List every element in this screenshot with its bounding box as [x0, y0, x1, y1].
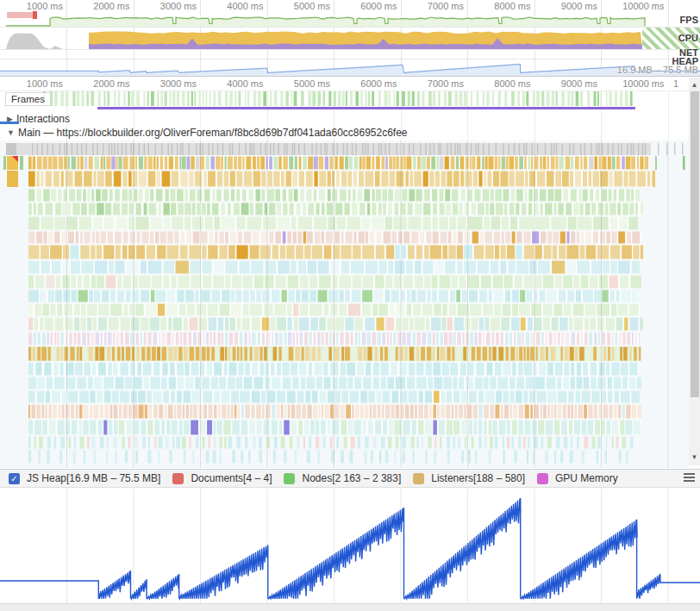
ruler-tick-label: 4000 ms: [203, 78, 264, 89]
main-thread-label: Main — https://blockbuilder.org/OliverFo…: [18, 127, 408, 139]
frames-track[interactable]: [0, 90, 689, 107]
main-flame-chart[interactable]: [0, 140, 689, 468]
ruler-tick-label: 8000 ms: [471, 78, 531, 89]
track-divider: [0, 59, 700, 59]
scrollbar-thumb[interactable]: [691, 91, 699, 397]
frames-activity-marker: [97, 107, 635, 109]
bottom-scrollbar-track[interactable]: [0, 603, 700, 611]
fps-track-chart[interactable]: [0, 11, 700, 27]
color-swatch-icon[interactable]: [172, 473, 184, 484]
legend-item-label: Listeners[188 – 580]: [431, 472, 525, 484]
ruler-tick-label: 4000 ms: [203, 1, 264, 11]
heap-track-chart[interactable]: [0, 59, 700, 76]
legend-item-listeners[interactable]: Listeners[188 – 580]: [413, 472, 525, 484]
ruler-tick-label: 3000 ms: [136, 78, 197, 89]
legend-item-label: GPU Memory: [555, 472, 618, 484]
ruler-tick-label: 8000 ms: [471, 1, 531, 11]
ruler-tick-label: 2000 ms: [70, 1, 130, 11]
legend-item-js-heap[interactable]: ✓JS Heap[16.9 MB – 75.5 MB]: [9, 472, 160, 484]
color-swatch-icon[interactable]: [284, 473, 295, 484]
ruler-tick-label: 7000 ms: [403, 78, 464, 89]
selection-indicator: [0, 122, 19, 124]
checkbox-checked-icon[interactable]: ✓: [9, 473, 20, 484]
main-thread-section-header[interactable]: ▼Main — https://blockbuilder.org/OliverF…: [7, 127, 408, 139]
devtools-performance-panel: 1000 ms2000 ms3000 ms4000 ms5000 ms6000 …: [0, 0, 700, 611]
color-swatch-icon[interactable]: [413, 473, 424, 484]
ruler-tick-label: 6000 ms: [337, 78, 397, 89]
legend-item-gpu-memory[interactable]: GPU Memory: [537, 472, 618, 484]
vertical-scrollbar[interactable]: ▲ ▼: [689, 78, 700, 465]
ruler-tick-label: 10000 ms: [604, 1, 665, 11]
ruler-tick-label: 6000 ms: [337, 1, 397, 11]
detail-ruler[interactable]: 1000 ms2000 ms3000 ms4000 ms5000 ms6000 …: [0, 77, 700, 91]
ruler-tick-label: 9000 ms: [537, 1, 597, 11]
frames-track-label: Frames: [5, 92, 51, 106]
ruler-tick-label-clipped: 1: [609, 78, 700, 89]
color-swatch-icon[interactable]: [537, 473, 548, 484]
legend-item-documents[interactable]: Documents[4 – 4]: [172, 472, 272, 484]
cpu-track-label: CPU: [678, 33, 698, 43]
ruler-tick-label: 9000 ms: [537, 78, 597, 89]
cpu-track-chart[interactable]: [0, 27, 700, 49]
scroll-down-icon[interactable]: ▼: [689, 452, 700, 463]
scroll-up-icon[interactable]: ▲: [689, 79, 700, 90]
ruler-tick-label: 1000 ms: [3, 1, 63, 11]
heap-range-label: 16.9 MB – 75.5 MB: [617, 65, 698, 75]
track-divider: [0, 49, 700, 50]
timeline-overview[interactable]: 1000 ms2000 ms3000 ms4000 ms5000 ms6000 …: [0, 0, 700, 77]
legend-item-nodes[interactable]: Nodes[2 163 – 2 383]: [284, 472, 401, 484]
track-divider: [0, 27, 700, 28]
memory-counters-chart[interactable]: [0, 489, 700, 603]
legend-item-label: JS Heap[16.9 MB – 75.5 MB]: [27, 472, 160, 484]
ruler-tick-label: 3000 ms: [136, 1, 197, 11]
ruler-tick-label: 1000 ms: [3, 78, 63, 89]
ruler-tick-label: 2000 ms: [70, 78, 130, 89]
counters-legend: ✓JS Heap[16.9 MB – 75.5 MB]Documents[4 –…: [0, 469, 700, 488]
expanded-arrow-icon[interactable]: ▼: [7, 128, 15, 137]
legend-item-label: Nodes[2 163 – 2 383]: [302, 472, 401, 484]
legend-item-label: Documents[4 – 4]: [191, 472, 272, 484]
ruler-tick-label: 5000 ms: [270, 1, 330, 11]
fps-track-label: FPS: [680, 15, 698, 25]
ruler-tick-label: 5000 ms: [270, 78, 330, 89]
ruler-tick-label: 7000 ms: [403, 1, 464, 11]
interactions-label: Interactions: [16, 113, 70, 125]
overflow-menu-icon[interactable]: [684, 473, 695, 482]
